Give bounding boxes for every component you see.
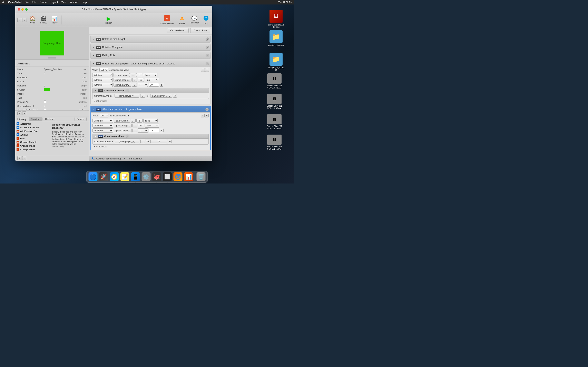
home-button[interactable]: 🏠 Home [28, 15, 37, 25]
desktop-item-7[interactable]: 🖥 Screen Shot 2015-10-...1.56 PM [266, 134, 283, 150]
cond-dots-4-2[interactable]: ... [132, 78, 137, 82]
subrule-on-4[interactable]: On [98, 89, 103, 92]
apple-menu[interactable]: ⌘ [2, 1, 4, 4]
subrule-expand-5[interactable]: ▼ [94, 135, 97, 137]
publish-button[interactable]: Publish [177, 15, 187, 25]
cond-edit-4-3[interactable]: e [160, 83, 163, 87]
attr-value-color[interactable] [44, 88, 70, 91]
cond-attr-5-2[interactable]: game.image... [114, 124, 132, 127]
rule-expand-3[interactable]: ▶ [92, 54, 95, 57]
cond-type-4-2[interactable]: Attribute [92, 78, 113, 82]
attr-value-slow[interactable] [44, 109, 70, 110]
rule-expand-5[interactable]: ▼ [93, 108, 95, 110]
expand-triangle-position[interactable]: ▶ [17, 77, 18, 78]
cond-dots-5-2[interactable]: ... [132, 124, 137, 127]
menu-format[interactable]: Format [38, 1, 49, 4]
otherwise-5[interactable]: ▶ Otherwise: [93, 145, 209, 149]
lib-item-buzz[interactable]: A Buzz [15, 137, 50, 140]
library-sounds-tab[interactable]: Sounds [75, 117, 86, 121]
cond-dots-5-1[interactable]: ... [131, 119, 136, 123]
lib-item-change-image[interactable]: A Change Image [15, 144, 50, 148]
slow-checkbox[interactable] [44, 109, 46, 110]
cond-type-4-3[interactable]: Attribute [92, 83, 113, 87]
otherwise-4[interactable]: ▶ Otherwise: [92, 99, 209, 103]
constrain-attr-5[interactable]: game.player_y_ [115, 140, 139, 143]
constrain-dots-4[interactable]: ... [140, 94, 145, 98]
help-button[interactable]: ? Help [202, 15, 210, 25]
rule-on-4[interactable]: On [96, 62, 101, 65]
desktop-item-3[interactable]: 📁 images_to_number [268, 53, 284, 71]
cond-attr-5-1[interactable]: game.Jump [114, 119, 130, 123]
cond-type-4-1[interactable]: Attribute [92, 73, 113, 77]
cond-dots-4-1[interactable]: ... [131, 73, 135, 77]
dock-iwork[interactable]: 📊 [184, 172, 194, 182]
menu-view[interactable]: View [60, 1, 68, 4]
cond-val-select-5-1[interactable]: false [143, 119, 158, 123]
constrain-edit-5[interactable]: e [168, 140, 172, 143]
create-rule-button[interactable]: Create Rule [190, 28, 210, 33]
close-button[interactable] [18, 8, 20, 11]
cond-op-select-5-3[interactable]: ≤ [138, 128, 148, 133]
dock-finder[interactable]: 🔵 [88, 172, 98, 182]
dock-safari[interactable]: 🧭 [109, 172, 119, 182]
conditions-plus-5[interactable]: + [205, 114, 209, 117]
conditions-minus-5[interactable]: − [201, 114, 205, 117]
subrule-expand-4[interactable]: ▼ [94, 89, 96, 92]
rule-on-1[interactable]: On [96, 38, 101, 41]
lib-item-accelerate-toward[interactable]: B Accelerate Toward [15, 125, 50, 129]
cond-attr-5-3[interactable]: game.player... [114, 129, 131, 132]
rule-close-5[interactable]: ✕ [205, 108, 209, 111]
cond-val-select-4-1[interactable]: false [143, 73, 157, 77]
rule-on-5[interactable]: On [96, 108, 101, 111]
preload-checkbox[interactable] [44, 100, 46, 103]
feedback-button[interactable]: 💬 Feedback [188, 15, 200, 25]
constrain-attr-4[interactable]: game.player_y_ [114, 94, 139, 98]
subrule-close-5[interactable]: ✕ [126, 134, 129, 138]
forward-button[interactable]: › [22, 18, 27, 22]
cond-type-5-2[interactable]: Attribute [93, 124, 113, 128]
add-attribute-button[interactable]: + [17, 111, 21, 115]
remove-library-button[interactable]: − [22, 156, 26, 160]
maximize-button[interactable] [25, 8, 27, 11]
rule-on-3[interactable]: On [96, 54, 101, 57]
lib-item-accelerate[interactable]: B Accelerate [15, 122, 50, 125]
rule-close-4[interactable]: ✕ [206, 62, 209, 65]
cond-type-5-3[interactable]: Attribute [93, 128, 113, 133]
dock-trash[interactable]: 🗑️ [196, 172, 206, 182]
color-swatch[interactable] [44, 88, 50, 91]
menu-edit[interactable]: Edit [30, 1, 38, 4]
dock-blender[interactable]: 🌀 [173, 172, 183, 182]
cond-attr-4-2[interactable]: game.image... [113, 78, 131, 82]
menu-help[interactable]: Help [80, 1, 88, 4]
html5-preview-button[interactable]: 5 HTML5 Preview [158, 15, 176, 25]
cond-attr-4-3[interactable]: game.player... [113, 83, 131, 87]
lib-item-animate[interactable]: B Animate [15, 133, 50, 137]
constrain-dots-5[interactable]: ... [140, 140, 145, 143]
rule-close-3[interactable]: ✕ [206, 54, 209, 57]
menu-layout[interactable]: Layout [49, 1, 60, 4]
constrain-to-4[interactable]: game.player_y_-2 [150, 94, 172, 98]
dock-notes[interactable]: 📝 [120, 172, 130, 182]
constrain-edit-4[interactable]: e [173, 94, 177, 98]
desktop-item-1[interactable]: 🖼 game-backgro...1-03.png [268, 10, 284, 28]
preview-button[interactable]: ▶ Preview [103, 15, 114, 25]
subrule-on-5[interactable]: On [98, 135, 103, 138]
desktop-item-6[interactable]: 🖥 Screen Shot 2015-10-...1.45 PM [266, 114, 283, 130]
lib-item-change-attr[interactable]: A Change Attribute [15, 140, 50, 144]
cond-edit-5-3[interactable]: e [160, 129, 164, 132]
cond-dots-4-3[interactable]: ... [132, 83, 137, 87]
tab-custom[interactable]: Custom [43, 117, 55, 121]
rule-expand-2[interactable]: ▶ [92, 46, 95, 49]
cond-dots-5-3[interactable]: ... [132, 129, 137, 132]
resize-handle[interactable] [48, 57, 56, 58]
dock-settings[interactable]: ⚙️ [141, 172, 151, 182]
tab-standard[interactable]: Standard [29, 117, 43, 121]
create-group-button[interactable]: Create Group [167, 28, 189, 33]
rule-expand-4[interactable]: ▼ [92, 62, 95, 65]
conditions-minus-4[interactable]: − [201, 68, 205, 72]
when-select-5[interactable]: All [100, 114, 108, 117]
rule-on-2[interactable]: On [96, 46, 101, 49]
minimize-button[interactable] [21, 8, 24, 11]
lib-item-change-scene[interactable]: A Change Scene [15, 148, 50, 151]
expand-triangle-color[interactable]: ▶ [17, 89, 18, 91]
